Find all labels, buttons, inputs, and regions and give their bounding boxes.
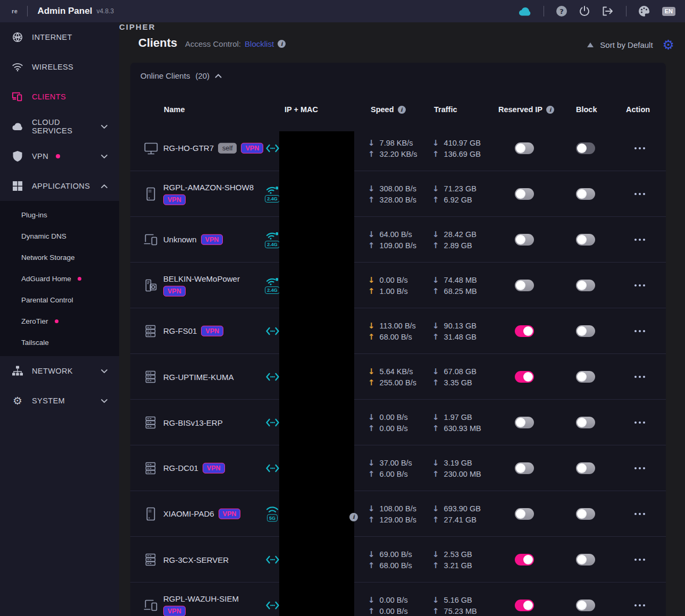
sort-direction-icon[interactable] xyxy=(587,43,594,47)
sort-by-label[interactable]: Sort by Default xyxy=(600,40,653,49)
traffic-up-value: 68.25 MB xyxy=(444,286,477,295)
sidebar-item-internet[interactable]: INTERNET xyxy=(0,22,119,52)
block-toggle[interactable] xyxy=(576,508,595,520)
reserved-ip-toggle[interactable] xyxy=(515,325,534,337)
traffic-cell: ↓67.08 GB↑3.35 GB xyxy=(432,366,477,387)
sidebar-item-vpn[interactable]: VPN xyxy=(0,141,119,171)
block-toggle[interactable] xyxy=(576,142,595,154)
sidebar-subitem-parental-control[interactable]: Parental Control xyxy=(0,289,119,310)
toggle-knob xyxy=(516,144,525,153)
notification-dot xyxy=(55,319,59,323)
speed-up: ↑109.00 B/s xyxy=(368,240,416,250)
action-menu-button[interactable] xyxy=(633,144,646,153)
speed-cell: ↓7.98 KB/s↑32.20 KB/s xyxy=(368,138,417,158)
speed-cell: ↓64.00 B/s↑109.00 B/s xyxy=(368,229,416,250)
sidebar-item-wireless[interactable]: WIRELESS xyxy=(0,52,119,82)
sidebar-subitem-adguard-home[interactable]: AdGuard Home xyxy=(0,268,119,289)
client-name: RGPL-AMAZON-SHOW8 xyxy=(163,182,254,191)
action-menu-button[interactable] xyxy=(633,373,646,381)
reserved-ip-toggle[interactable] xyxy=(515,371,534,383)
chevron-down-icon xyxy=(101,125,107,129)
action-menu-button[interactable] xyxy=(633,190,646,198)
table-row: RG-DC01VPN↓37.00 B/s↑6.00 B/s↓3.19 GB↑23… xyxy=(130,445,666,491)
reserved-ip-toggle[interactable] xyxy=(515,417,534,428)
action-menu-button[interactable] xyxy=(633,418,646,427)
access-control-label: Access Control: xyxy=(185,39,241,48)
traffic-up-value: 3.35 GB xyxy=(444,378,472,386)
server-device-icon xyxy=(143,415,158,430)
sidebar-item-network[interactable]: NETWORK xyxy=(0,356,119,386)
action-menu-button[interactable] xyxy=(633,555,646,564)
reserved-ip-toggle[interactable] xyxy=(515,462,534,474)
traffic-up: ↑2.89 GB xyxy=(432,240,477,250)
block-toggle[interactable] xyxy=(576,371,595,383)
access-control-link[interactable]: Blocklist xyxy=(245,39,274,48)
sidebar-subitem-tailscale[interactable]: Tailscale xyxy=(0,332,119,353)
speed-cell: ↓69.00 B/s↑68.00 B/s xyxy=(368,549,412,570)
sidebar-item-clients[interactable]: CLIENTS xyxy=(0,82,119,112)
client-rows: RG-HO-GTR7selfVPN↓7.98 KB/s↑32.20 KB/s↓4… xyxy=(130,125,666,616)
sidebar-item-applications[interactable]: APPLICATIONS xyxy=(0,171,119,201)
ethernet-connection-icon xyxy=(263,418,281,427)
traffic-down: ↓67.08 GB xyxy=(432,366,477,376)
client-name: RG-FS01 xyxy=(163,326,197,335)
block-toggle[interactable] xyxy=(576,554,595,566)
block-toggle[interactable] xyxy=(576,188,595,200)
block-toggle[interactable] xyxy=(576,462,595,474)
power-icon[interactable] xyxy=(579,5,590,17)
app-title: Admin Panel xyxy=(37,6,92,16)
traffic-up: ↑3.35 GB xyxy=(432,377,477,387)
sidebar-subitem-plug-ins[interactable]: Plug-ins xyxy=(0,204,119,225)
action-menu-button[interactable] xyxy=(633,510,646,518)
mac-info-icon[interactable]: i xyxy=(349,511,358,521)
logout-icon[interactable] xyxy=(602,6,614,16)
language-selector[interactable]: EN xyxy=(662,7,675,16)
reserved-ip-toggle[interactable] xyxy=(515,280,534,291)
sidebar-subitem-zerotier[interactable]: ZeroTier xyxy=(0,310,119,332)
info-icon[interactable]: i xyxy=(398,106,406,114)
client-name: RG-UPTIME-KUMA xyxy=(163,372,234,381)
reserved-ip-toggle[interactable] xyxy=(515,554,534,566)
col-name: Name xyxy=(164,105,185,114)
sidebar-item-cloud-services[interactable]: CLOUD SERVICES xyxy=(0,112,119,141)
traffic-down: ↓693.90 GB xyxy=(432,503,481,513)
action-menu-button[interactable] xyxy=(633,235,646,244)
info-icon[interactable]: i xyxy=(278,40,286,48)
action-menu-button[interactable] xyxy=(633,464,646,472)
action-menu-button[interactable] xyxy=(633,327,646,335)
arrow-down-icon: ↓ xyxy=(368,503,375,513)
online-clients-section-toggle[interactable]: Online Clients (20) xyxy=(140,71,222,80)
reserved-ip-toggle[interactable] xyxy=(515,234,534,246)
block-toggle[interactable] xyxy=(576,280,595,291)
info-icon[interactable]: i xyxy=(546,106,554,114)
col-reserved-ip: Reserved IPi xyxy=(498,105,554,114)
reserved-ip-toggle[interactable] xyxy=(515,508,534,520)
col-speed: Speedi xyxy=(371,105,406,114)
block-toggle[interactable] xyxy=(576,325,595,337)
traffic-down-value: 3.19 GB xyxy=(444,458,472,467)
arrow-up-icon: ↑ xyxy=(432,286,439,296)
traffic-cell: ↓410.97 GB↑136.69 GB xyxy=(432,138,481,158)
theme-palette-icon[interactable] xyxy=(638,5,650,17)
block-toggle[interactable] xyxy=(576,234,595,246)
help-icon[interactable]: ? xyxy=(556,5,567,17)
block-toggle[interactable] xyxy=(576,600,595,611)
cloud-status-icon[interactable] xyxy=(518,6,532,16)
speed-cell: ↓37.00 B/s↑6.00 B/s xyxy=(368,458,412,478)
arrow-down-icon: ↓ xyxy=(368,320,375,330)
reserved-ip-toggle[interactable] xyxy=(515,188,534,200)
table-settings-gear-icon[interactable]: ⚙ xyxy=(663,38,674,52)
speed-up: ↑32.20 KB/s xyxy=(368,149,417,158)
action-menu-button[interactable] xyxy=(633,281,646,290)
speed-up-value: 328.00 B/s xyxy=(380,195,416,204)
reserved-ip-toggle[interactable] xyxy=(515,600,534,611)
toggle-knob xyxy=(516,509,525,519)
reserved-ip-toggle[interactable] xyxy=(515,142,534,154)
traffic-down: ↓410.97 GB xyxy=(432,138,481,147)
sidebar-item-system[interactable]: ⚙SYSTEM xyxy=(0,386,119,416)
sidebar-subitem-network-storage[interactable]: Network Storage xyxy=(0,247,119,268)
sidebar-subitem-dynamic-dns[interactable]: Dynamic DNS xyxy=(0,225,119,247)
devices-icon xyxy=(12,91,23,103)
action-menu-button[interactable] xyxy=(633,601,646,610)
block-toggle[interactable] xyxy=(576,417,595,428)
